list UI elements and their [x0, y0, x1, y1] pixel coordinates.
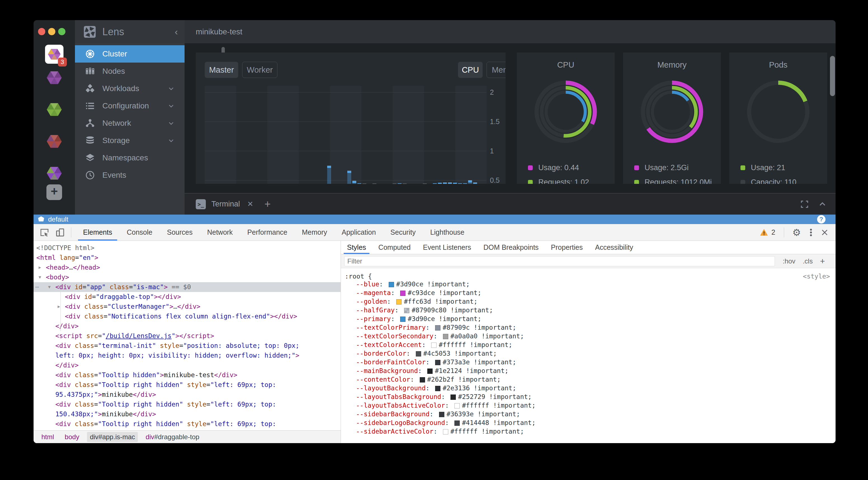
cluster-4[interactable]	[45, 132, 63, 150]
css-variable-row[interactable]: --layoutTabsBackground: #252729 !importa…	[345, 392, 836, 401]
tab-styles[interactable]: Styles	[341, 241, 372, 254]
cluster-active[interactable]: 3	[45, 45, 63, 64]
elements-tree[interactable]: <!DOCTYPE html><html lang="en">▶<head>…<…	[34, 241, 341, 430]
color-swatch[interactable]	[416, 351, 421, 356]
gear-icon[interactable]: ⚙	[793, 228, 801, 237]
close-icon[interactable]	[821, 229, 828, 236]
sidebar-item-nodes[interactable]: Nodes	[75, 63, 185, 80]
color-swatch[interactable]	[455, 420, 460, 426]
css-variable-row[interactable]: --layoutBackground: #2e3136 !important;	[345, 384, 836, 392]
dom-tree-row[interactable]: ⋯▼<div id="app" class="is-mac"> == $0	[34, 282, 341, 292]
tab-properties[interactable]: Properties	[545, 241, 589, 254]
cluster-5[interactable]	[45, 164, 63, 182]
color-swatch[interactable]	[400, 316, 405, 322]
tab-memory[interactable]: Memory	[487, 62, 505, 78]
css-variable-row[interactable]: --blue: #3d90ce !important;	[345, 280, 836, 288]
main-scrollbar[interactable]	[830, 56, 835, 96]
dom-tree-row[interactable]: </div>	[34, 321, 341, 331]
color-swatch[interactable]	[404, 308, 409, 313]
dom-tree-row[interactable]: <div class="Tooltip right hidden" style=…	[34, 400, 341, 409]
tab-security[interactable]: Security	[383, 224, 423, 241]
twisty-open-icon[interactable]: ▼	[48, 282, 51, 292]
css-variable-row[interactable]: --contentColor: #262b2f !important;	[345, 375, 836, 384]
traffic-zoom-button[interactable]	[58, 28, 65, 35]
css-variable-row[interactable]: --borderFaintColor: #373a3e !important;	[345, 358, 836, 367]
sidebar-item-storage[interactable]: Storage	[75, 132, 185, 149]
toggle-hover-state-button[interactable]: :hov	[783, 257, 795, 265]
dom-tree-row[interactable]: left: 0px; height: 0px; visibility: hidd…	[34, 351, 341, 361]
breadcrumb-item[interactable]: body	[62, 432, 82, 442]
css-variable-row[interactable]: --sidebarBackground: #36393e !important;	[345, 410, 836, 418]
color-swatch[interactable]	[396, 299, 402, 305]
breadcrumb-item[interactable]: html	[39, 432, 57, 442]
tab-accessibility[interactable]: Accessibility	[589, 241, 639, 254]
sidebar-item-namespaces[interactable]: Namespaces	[75, 149, 185, 167]
css-variable-row[interactable]: --halfGray: #87909c80 !important;	[345, 306, 836, 315]
tab-performance[interactable]: Performance	[240, 224, 294, 241]
dom-tree-row[interactable]: <div class="Tooltip right hidden" style=…	[34, 380, 341, 390]
terminal-add-icon[interactable]: +	[265, 198, 271, 210]
dom-tree-row[interactable]: ▼<body>	[34, 272, 341, 282]
tab-application[interactable]: Application	[335, 224, 383, 241]
tab-memory[interactable]: Memory	[294, 224, 334, 241]
color-swatch[interactable]	[420, 377, 425, 382]
toggle-class-button[interactable]: .cls	[803, 257, 813, 265]
kebab-menu-icon[interactable]	[809, 228, 813, 237]
color-swatch[interactable]	[435, 386, 440, 391]
device-toolbar-icon[interactable]	[55, 228, 65, 237]
help-button[interactable]: ?	[817, 215, 826, 224]
namespace-status-bar[interactable]: default ?	[34, 214, 836, 224]
breadcrumb-item[interactable]: div#app.is-mac	[87, 432, 137, 442]
color-swatch[interactable]	[427, 369, 433, 374]
tab-lighthouse[interactable]: Lighthouse	[423, 224, 471, 241]
color-swatch[interactable]	[439, 412, 444, 417]
terminal-tab-label[interactable]: Terminal	[211, 200, 240, 208]
tab-console[interactable]: Console	[119, 224, 160, 241]
color-swatch[interactable]	[451, 395, 456, 400]
traffic-close-button[interactable]	[38, 28, 45, 35]
dom-tree-row[interactable]: <div class="Notifications flex column al…	[34, 311, 341, 321]
dom-tree-row[interactable]: </div>	[34, 361, 341, 370]
css-variable-row[interactable]: --textColorSecondary: #a0a0a0 !important…	[345, 332, 836, 341]
tab-dom-breakpoints[interactable]: DOM Breakpoints	[477, 241, 545, 254]
warning-icon[interactable]	[760, 228, 768, 237]
sidebar-item-workloads[interactable]: Workloads	[75, 80, 185, 97]
css-variable-row[interactable]: --textColorPrimary: #87909c !important;	[345, 323, 836, 332]
dom-tree-row[interactable]: <div class="Tooltip hidden">minikube-tes…	[34, 370, 341, 380]
dom-tree-row[interactable]: <!DOCTYPE html>	[34, 243, 341, 253]
tab-master[interactable]: Master	[205, 62, 238, 78]
dom-tree-row[interactable]: <script src="/build/LensDev.js"></script…	[34, 331, 341, 341]
css-variable-row[interactable]: --sidebarActiveColor: #ffffff !important…	[345, 427, 836, 436]
dom-tree-row[interactable]: 150.438px;">minikube</div>	[34, 409, 341, 419]
tab-computed[interactable]: Computed	[372, 241, 417, 254]
tab-cpu[interactable]: CPU	[458, 62, 483, 78]
twisty-open-icon[interactable]: ▼	[39, 272, 41, 282]
css-variable-row[interactable]: --textColorAccent: #ffffff !important;	[345, 341, 836, 349]
color-swatch[interactable]	[443, 334, 448, 339]
sidebar-item-network[interactable]: Network	[75, 114, 185, 132]
terminal-expand-icon[interactable]	[800, 200, 809, 208]
color-swatch[interactable]	[431, 343, 436, 348]
css-variable-row[interactable]: --sidebarLogoBackground: #414448 !import…	[345, 418, 836, 427]
sidebar-item-configuration[interactable]: Configuration	[75, 97, 185, 114]
dom-tree-row[interactable]: <html lang="en">	[34, 253, 341, 263]
css-variable-row[interactable]: --primary: #3d90ce !important;	[345, 315, 836, 323]
tab-worker[interactable]: Worker	[242, 62, 277, 78]
inspect-element-icon[interactable]	[40, 228, 49, 237]
color-swatch[interactable]	[435, 325, 440, 331]
styles-filter-input[interactable]	[344, 256, 775, 266]
twisty-closed-icon[interactable]: ▶	[39, 263, 41, 272]
color-swatch[interactable]	[400, 290, 405, 296]
color-swatch[interactable]	[435, 360, 440, 365]
dom-tree-row[interactable]: ▶<head>…</head>	[34, 263, 341, 272]
tab-event-listeners[interactable]: Event Listeners	[417, 241, 477, 254]
terminal-collapse-icon[interactable]	[818, 200, 827, 208]
cluster-2[interactable]	[45, 69, 63, 87]
dom-tree-row[interactable]: <div class="terminal-init" style="positi…	[34, 341, 341, 351]
css-variable-row[interactable]: --golden: #ffc63d !important;	[345, 297, 836, 306]
traffic-minimize-button[interactable]	[48, 28, 55, 35]
dom-tree-row[interactable]: <div id="draggable-top"></div>	[34, 292, 341, 302]
sidebar-item-cluster[interactable]: Cluster	[75, 45, 185, 63]
terminal-close-icon[interactable]: ✕	[247, 200, 253, 208]
sidebar-collapse-icon[interactable]: ‹	[175, 26, 178, 37]
